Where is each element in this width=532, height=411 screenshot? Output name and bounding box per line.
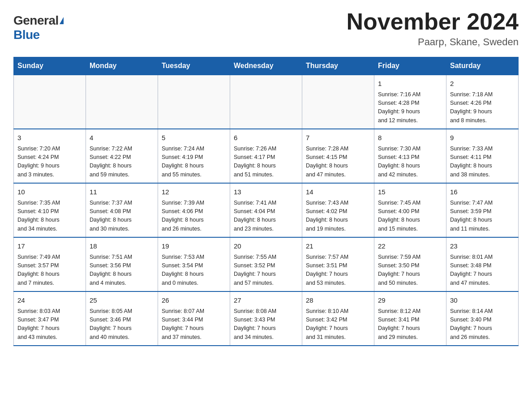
calendar-cell: 30Sunrise: 8:14 AM Sunset: 3:40 PM Dayli… <box>446 291 519 346</box>
day-info: Sunrise: 7:35 AM Sunset: 4:10 PM Dayligh… <box>17 199 82 234</box>
calendar-cell: 15Sunrise: 7:45 AM Sunset: 4:00 PM Dayli… <box>374 183 446 237</box>
day-number: 8 <box>378 133 442 143</box>
day-number: 15 <box>378 187 442 197</box>
day-number: 20 <box>234 241 298 252</box>
calendar-cell: 17Sunrise: 7:49 AM Sunset: 3:57 PM Dayli… <box>14 237 86 291</box>
calendar-cell: 26Sunrise: 8:07 AM Sunset: 3:44 PM Dayli… <box>158 291 230 346</box>
day-info: Sunrise: 7:22 AM Sunset: 4:22 PM Dayligh… <box>90 145 154 180</box>
header: General Blue November 2024 Paarp, Skane,… <box>13 9 519 48</box>
calendar-cell: 21Sunrise: 7:57 AM Sunset: 3:51 PM Dayli… <box>302 237 374 291</box>
day-info: Sunrise: 7:24 AM Sunset: 4:19 PM Dayligh… <box>162 145 226 180</box>
calendar-cell: 25Sunrise: 8:05 AM Sunset: 3:46 PM Dayli… <box>86 291 158 346</box>
calendar-week-row: 17Sunrise: 7:49 AM Sunset: 3:57 PM Dayli… <box>14 237 519 291</box>
calendar: SundayMondayTuesdayWednesdayThursdayFrid… <box>13 57 519 346</box>
calendar-cell: 19Sunrise: 7:53 AM Sunset: 3:54 PM Dayli… <box>158 237 230 291</box>
calendar-cell: 4Sunrise: 7:22 AM Sunset: 4:22 PM Daylig… <box>86 129 158 183</box>
calendar-cell: 11Sunrise: 7:37 AM Sunset: 4:08 PM Dayli… <box>86 183 158 237</box>
calendar-cell: 14Sunrise: 7:43 AM Sunset: 4:02 PM Dayli… <box>302 183 374 237</box>
day-number: 4 <box>90 133 154 143</box>
day-info: Sunrise: 7:41 AM Sunset: 4:04 PM Dayligh… <box>234 199 298 234</box>
day-number: 17 <box>17 241 82 252</box>
day-info: Sunrise: 7:30 AM Sunset: 4:13 PM Dayligh… <box>378 145 442 180</box>
calendar-week-row: 10Sunrise: 7:35 AM Sunset: 4:10 PM Dayli… <box>14 183 519 237</box>
calendar-header-friday: Friday <box>374 57 446 75</box>
calendar-header-sunday: Sunday <box>14 57 86 75</box>
day-info: Sunrise: 7:59 AM Sunset: 3:50 PM Dayligh… <box>378 253 442 288</box>
calendar-cell: 20Sunrise: 7:55 AM Sunset: 3:52 PM Dayli… <box>230 237 302 291</box>
day-number: 14 <box>306 187 370 197</box>
day-info: Sunrise: 7:51 AM Sunset: 3:56 PM Dayligh… <box>90 253 154 288</box>
day-number: 16 <box>450 187 515 197</box>
calendar-cell: 10Sunrise: 7:35 AM Sunset: 4:10 PM Dayli… <box>14 183 86 237</box>
day-number: 27 <box>234 295 298 306</box>
day-number: 12 <box>162 187 226 197</box>
day-number: 29 <box>378 295 442 306</box>
location: Paarp, Skane, Sweden <box>347 36 519 48</box>
day-info: Sunrise: 8:03 AM Sunset: 3:47 PM Dayligh… <box>17 307 82 342</box>
calendar-cell: 22Sunrise: 7:59 AM Sunset: 3:50 PM Dayli… <box>374 237 446 291</box>
calendar-cell <box>158 75 230 129</box>
calendar-week-row: 3Sunrise: 7:20 AM Sunset: 4:24 PM Daylig… <box>14 129 519 183</box>
day-info: Sunrise: 7:45 AM Sunset: 4:00 PM Dayligh… <box>378 199 442 234</box>
day-number: 26 <box>162 295 226 306</box>
calendar-cell: 3Sunrise: 7:20 AM Sunset: 4:24 PM Daylig… <box>14 129 86 183</box>
calendar-cell: 9Sunrise: 7:33 AM Sunset: 4:11 PM Daylig… <box>446 129 519 183</box>
day-number: 10 <box>17 187 82 197</box>
calendar-week-row: 24Sunrise: 8:03 AM Sunset: 3:47 PM Dayli… <box>14 291 519 346</box>
day-info: Sunrise: 8:08 AM Sunset: 3:43 PM Dayligh… <box>234 307 298 342</box>
day-info: Sunrise: 7:57 AM Sunset: 3:51 PM Dayligh… <box>306 253 370 288</box>
day-number: 9 <box>450 133 515 143</box>
calendar-cell: 8Sunrise: 7:30 AM Sunset: 4:13 PM Daylig… <box>374 129 446 183</box>
title-area: November 2024 Paarp, Skane, Sweden <box>347 9 519 48</box>
calendar-header-row: SundayMondayTuesdayWednesdayThursdayFrid… <box>14 57 519 75</box>
day-info: Sunrise: 7:39 AM Sunset: 4:06 PM Dayligh… <box>162 199 226 234</box>
day-info: Sunrise: 8:12 AM Sunset: 3:41 PM Dayligh… <box>378 307 442 342</box>
day-info: Sunrise: 7:55 AM Sunset: 3:52 PM Dayligh… <box>234 253 298 288</box>
logo-general-text: General <box>13 13 59 28</box>
calendar-header-saturday: Saturday <box>446 57 519 75</box>
calendar-cell: 5Sunrise: 7:24 AM Sunset: 4:19 PM Daylig… <box>158 129 230 183</box>
calendar-cell: 2Sunrise: 7:18 AM Sunset: 4:26 PM Daylig… <box>446 75 519 129</box>
logo: General Blue <box>13 13 64 42</box>
day-number: 23 <box>450 241 515 252</box>
day-info: Sunrise: 7:43 AM Sunset: 4:02 PM Dayligh… <box>306 199 370 234</box>
calendar-header-tuesday: Tuesday <box>158 57 230 75</box>
day-info: Sunrise: 7:26 AM Sunset: 4:17 PM Dayligh… <box>234 145 298 180</box>
day-number: 30 <box>450 295 515 306</box>
day-number: 21 <box>306 241 370 252</box>
logo-blue-text: Blue <box>13 28 40 42</box>
day-number: 24 <box>17 295 82 306</box>
day-number: 13 <box>234 187 298 197</box>
calendar-cell: 16Sunrise: 7:47 AM Sunset: 3:59 PM Dayli… <box>446 183 519 237</box>
day-number: 28 <box>306 295 370 306</box>
calendar-cell: 27Sunrise: 8:08 AM Sunset: 3:43 PM Dayli… <box>230 291 302 346</box>
day-info: Sunrise: 7:53 AM Sunset: 3:54 PM Dayligh… <box>162 253 226 288</box>
calendar-cell: 6Sunrise: 7:26 AM Sunset: 4:17 PM Daylig… <box>230 129 302 183</box>
calendar-cell: 28Sunrise: 8:10 AM Sunset: 3:42 PM Dayli… <box>302 291 374 346</box>
day-number: 19 <box>162 241 226 252</box>
day-number: 5 <box>162 133 226 143</box>
day-info: Sunrise: 8:07 AM Sunset: 3:44 PM Dayligh… <box>162 307 226 342</box>
logo-arrow-icon <box>60 17 64 24</box>
day-number: 7 <box>306 133 370 143</box>
calendar-cell <box>86 75 158 129</box>
day-info: Sunrise: 7:37 AM Sunset: 4:08 PM Dayligh… <box>90 199 154 234</box>
calendar-header-thursday: Thursday <box>302 57 374 75</box>
calendar-header-wednesday: Wednesday <box>230 57 302 75</box>
calendar-cell: 7Sunrise: 7:28 AM Sunset: 4:15 PM Daylig… <box>302 129 374 183</box>
day-number: 6 <box>234 133 298 143</box>
calendar-cell: 13Sunrise: 7:41 AM Sunset: 4:04 PM Dayli… <box>230 183 302 237</box>
day-number: 1 <box>378 79 442 89</box>
day-info: Sunrise: 7:20 AM Sunset: 4:24 PM Dayligh… <box>17 145 82 180</box>
calendar-cell: 1Sunrise: 7:16 AM Sunset: 4:28 PM Daylig… <box>374 75 446 129</box>
day-number: 11 <box>90 187 154 197</box>
calendar-header-monday: Monday <box>86 57 158 75</box>
day-info: Sunrise: 7:16 AM Sunset: 4:28 PM Dayligh… <box>378 90 442 125</box>
calendar-cell: 12Sunrise: 7:39 AM Sunset: 4:06 PM Dayli… <box>158 183 230 237</box>
day-info: Sunrise: 8:05 AM Sunset: 3:46 PM Dayligh… <box>90 307 154 342</box>
day-info: Sunrise: 8:01 AM Sunset: 3:48 PM Dayligh… <box>450 253 515 288</box>
day-info: Sunrise: 7:47 AM Sunset: 3:59 PM Dayligh… <box>450 199 515 234</box>
calendar-week-row: 1Sunrise: 7:16 AM Sunset: 4:28 PM Daylig… <box>14 75 519 129</box>
calendar-cell: 29Sunrise: 8:12 AM Sunset: 3:41 PM Dayli… <box>374 291 446 346</box>
day-info: Sunrise: 7:28 AM Sunset: 4:15 PM Dayligh… <box>306 145 370 180</box>
